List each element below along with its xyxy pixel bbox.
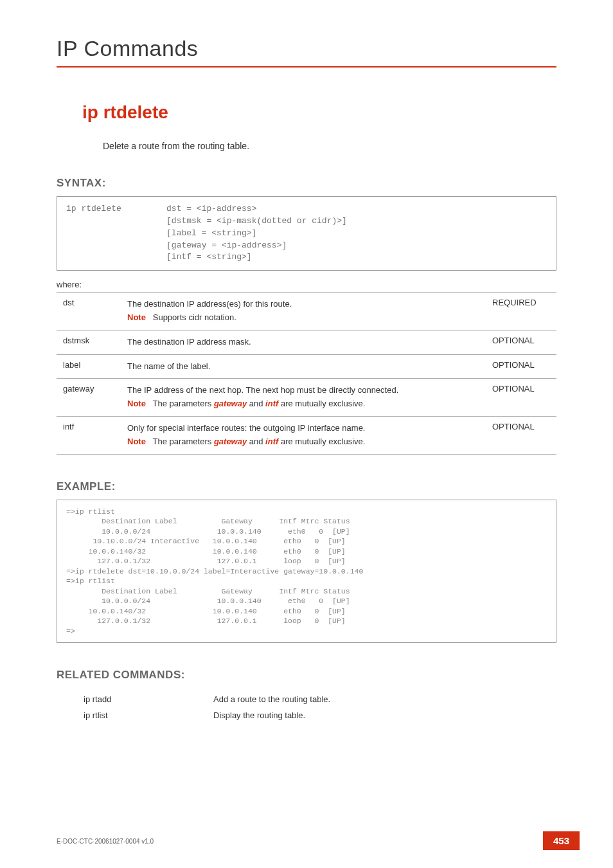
param-name: gateway xyxy=(57,379,121,417)
footer: E-DOC-CTC-20061027-0004 v1.0 453 xyxy=(57,835,580,846)
footer-doc-id: E-DOC-CTC-20061027-0004 v1.0 xyxy=(57,838,154,845)
page-number: 453 xyxy=(543,831,580,850)
where-label: where: xyxy=(57,280,556,289)
note-label: Note xyxy=(127,399,146,408)
param-req: OPTIONAL xyxy=(486,330,556,354)
note-em-intf: intf xyxy=(265,399,278,408)
table-row: dst The destination IP address(es) for t… xyxy=(57,293,556,330)
param-desc-main: The destination IP address(es) for this … xyxy=(127,299,292,309)
table-row: intf Only for special interface routes: … xyxy=(57,417,556,455)
note-em-gateway: gateway xyxy=(214,437,247,446)
param-desc: Only for special interface routes: the o… xyxy=(121,417,486,455)
command-description: Delete a route from the routing table. xyxy=(103,141,556,151)
note-post: are mutually exclusive. xyxy=(278,437,365,446)
note-em-gateway: gateway xyxy=(214,399,247,408)
note-mid: and xyxy=(247,437,265,446)
related-desc: Add a route to the routing table. xyxy=(213,692,330,707)
related-table: ip rtadd Add a route to the routing tabl… xyxy=(82,691,332,724)
param-name: dst xyxy=(57,293,121,330)
command-title: ip rtdelete xyxy=(82,102,556,123)
param-desc-main: Only for special interface routes: the o… xyxy=(127,423,365,433)
note-pre: The parameters xyxy=(153,437,214,446)
param-req: OPTIONAL xyxy=(486,417,556,455)
param-desc: The IP address of the next hop. The next… xyxy=(121,379,486,417)
note-pre: The parameters xyxy=(153,399,214,408)
table-row: label The name of the label. OPTIONAL xyxy=(57,354,556,379)
related-name: ip rtadd xyxy=(84,692,212,707)
note-post: are mutually exclusive. xyxy=(278,399,365,408)
param-name: label xyxy=(57,354,121,379)
note-em-intf: intf xyxy=(265,437,278,446)
param-name: intf xyxy=(57,417,121,455)
syntax-code: ip rtdelete dst = <ip-address> [dstmsk =… xyxy=(57,196,556,271)
header-rule xyxy=(57,66,556,68)
table-row: dstmsk The destination IP address mask. … xyxy=(57,330,556,354)
example-label: EXAMPLE: xyxy=(57,480,556,493)
table-row: gateway The IP address of the next hop. … xyxy=(57,379,556,417)
related-desc: Display the routing table. xyxy=(213,708,330,723)
example-code: =>ip rtlist Destination Label Gateway In… xyxy=(57,500,556,644)
note-text: Supports cidr notation. xyxy=(153,312,236,322)
params-table: dst The destination IP address(es) for t… xyxy=(57,292,556,454)
related-label: RELATED COMMANDS: xyxy=(57,669,556,682)
note-mid: and xyxy=(247,399,265,408)
param-req: OPTIONAL xyxy=(486,379,556,417)
param-req: REQUIRED xyxy=(486,293,556,330)
param-name: dstmsk xyxy=(57,330,121,354)
param-desc-main: The IP address of the next hop. The next… xyxy=(127,385,398,395)
table-row: ip rtadd Add a route to the routing tabl… xyxy=(84,692,330,707)
note-label: Note xyxy=(127,437,146,446)
param-desc: The destination IP address mask. xyxy=(121,330,486,354)
table-row: ip rtlist Display the routing table. xyxy=(84,708,330,723)
syntax-label: SYNTAX: xyxy=(57,177,556,190)
param-req: OPTIONAL xyxy=(486,354,556,379)
note-label: Note xyxy=(127,312,146,322)
chapter-title: IP Commands xyxy=(57,36,556,61)
param-desc: The destination IP address(es) for this … xyxy=(121,293,486,330)
related-name: ip rtlist xyxy=(84,708,212,723)
param-desc: The name of the label. xyxy=(121,354,486,379)
